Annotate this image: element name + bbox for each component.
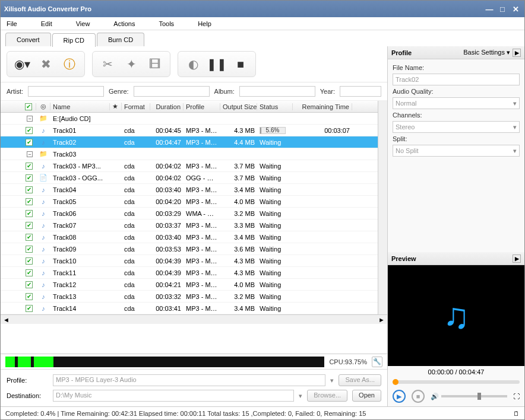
menu-view[interactable]: View [76,20,90,27]
profile-select[interactable]: MP3 - MPEG Layer-3 Audio [53,374,325,386]
row-checkbox[interactable]: ✔ [26,222,33,229]
table-row[interactable]: ✔♪Track09cda00:03:53MP3 - MP...3.6 MBWai… [1,243,378,255]
cell-name: Track02 [50,139,110,146]
save-as-button[interactable]: Save As... [339,374,381,386]
volume-slider[interactable] [441,395,507,397]
horizontal-scrollbar[interactable]: ◄► [1,314,387,324]
delete-icon[interactable]: ✖ [37,55,55,73]
vertical-scrollbar[interactable] [378,101,387,314]
row-checkbox[interactable]: ✔ [26,163,33,170]
menu-tools[interactable]: Tools [159,20,174,27]
table-row[interactable]: − 📁Track03 [1,148,378,160]
row-checkbox[interactable]: ✔ [26,293,33,300]
row-checkbox[interactable]: ✔ [26,246,33,253]
col-icon[interactable]: ◎ [36,103,50,110]
cell-format: cda [122,234,150,241]
volume-icon[interactable]: 🔊 [431,393,439,400]
quality-select[interactable]: Normal▾ [393,97,520,109]
table-row[interactable]: ✔♪Track12cda00:04:21MP3 - MP...4.0 MBWai… [1,279,378,291]
row-checkbox[interactable]: ✔ [26,198,33,205]
report-icon[interactable]: 🗒 [513,410,520,417]
table-row[interactable]: ✔♪Track03 - MP3...cda00:04:02MP3 - MP...… [1,160,378,172]
table-row[interactable]: ✔📄Track03 - OGG...cda00:04:02OGG - Og...… [1,172,378,184]
info-icon[interactable]: ⓘ [61,55,78,73]
menu-actions[interactable]: Actions [113,20,135,27]
filename-label: File Name: [393,64,520,71]
album-input[interactable] [239,86,315,97]
tab-convert[interactable]: Convert [5,33,51,46]
table-row[interactable]: ✔♪Track11cda00:04:39MP3 - MP...4.3 MBWai… [1,267,378,279]
table-row[interactable]: ✔♪Track13cda00:03:32MP3 - MP...3.2 MBWai… [1,291,378,303]
tab-rip-cd[interactable]: Rip CD [52,33,96,47]
maximize-icon[interactable]: □ [497,5,508,13]
year-input[interactable] [340,86,381,97]
effects-icon[interactable]: ✦ [122,55,140,73]
table-row[interactable]: ✔♪Track08cda00:03:40MP3 - MP...3.4 MBWai… [1,231,378,243]
cell-size: 4.4 MB [220,139,257,146]
table-row[interactable]: ✔♪Track04cda00:03:40MP3 - MP...3.4 MBWai… [1,184,378,196]
cut-icon[interactable]: ✂ [99,55,116,73]
col-star[interactable]: ★ [110,103,122,110]
row-checkbox[interactable]: ✔ [26,281,33,288]
open-button[interactable]: Open [352,390,381,402]
table-row[interactable]: − 📁E:[Audio CD] [1,113,378,125]
row-checkbox[interactable]: ✔ [26,305,33,312]
cell-format: cda [122,305,150,312]
menu-file[interactable]: File [7,20,17,27]
play-button[interactable]: ▶ [393,390,406,403]
minimize-icon[interactable]: — [484,5,495,13]
table-row[interactable]: ✔♪Track02cda00:04:47MP3 - MP...4.4 MBWai… [1,136,378,148]
add-clip-icon[interactable]: 🎞 [146,55,164,73]
expand-icon[interactable]: ▶ [513,49,521,57]
menu-edit[interactable]: Edit [41,20,52,27]
table-row[interactable]: ✔♪Track10cda00:04:39MP3 - MP...4.3 MBWai… [1,255,378,267]
fullscreen-icon[interactable]: ⛶ [513,393,520,400]
preview-expand-icon[interactable]: ▶ [513,254,521,263]
row-checkbox[interactable]: ✔ [26,174,33,182]
table-row[interactable]: ✔♪Track07cda00:03:37MP3 - MP...3.3 MBWai… [1,219,378,231]
row-checkbox[interactable]: ✔ [26,269,33,276]
settings-icon[interactable]: 🔧 [372,357,382,367]
col-duration[interactable]: Duration [150,103,184,110]
genre-input[interactable] [134,86,210,97]
browse-button[interactable]: Browse... [307,390,347,402]
destination-field[interactable]: D:\My Music [53,390,294,402]
split-select[interactable]: No Split▾ [393,145,520,157]
start-icon[interactable]: ◐ [184,55,202,73]
table-row[interactable]: ✔♪Track06cda00:03:29WMA - Wi...3.2 MBWai… [1,208,378,219]
stop-preview-button[interactable]: ■ [412,390,425,403]
col-status[interactable]: Status [257,103,293,110]
col-name[interactable]: Name [50,103,110,110]
cell-duration: 00:03:53 [150,246,184,253]
seek-slider[interactable] [393,380,520,384]
cell-profile: MP3 - MP... [184,293,220,300]
tab-burn-cd[interactable]: Burn CD [97,33,144,46]
select-all-checkbox[interactable]: ✔ [25,103,32,110]
disc-icon[interactable]: ◉▾ [13,55,31,73]
table-row[interactable]: ✔♪Track01cda00:04:45MP3 - MP...4.3 MB5.6… [1,125,378,136]
row-checkbox[interactable]: ✔ [26,210,33,217]
row-checkbox[interactable]: ✔ [26,127,33,134]
collapse-icon[interactable]: − [27,116,33,122]
col-output-size[interactable]: Output Size [220,103,257,110]
grid-body[interactable]: − 📁E:[Audio CD]✔♪Track01cda00:04:45MP3 -… [1,113,378,314]
basic-settings-toggle[interactable]: Basic Settings ▾ [463,49,510,56]
menu-help[interactable]: Help [198,20,211,27]
channels-select[interactable]: Stereo▾ [393,121,520,133]
collapse-icon[interactable]: − [27,151,33,157]
row-checkbox[interactable]: ✔ [26,234,33,241]
row-checkbox[interactable]: ✔ [26,257,33,265]
table-row[interactable]: ✔♪Track05cda00:04:20MP3 - MP...4.0 MBWai… [1,196,378,208]
table-row[interactable]: ✔♪Track14cda00:03:41MP3 - MP...3.4 MBWai… [1,303,378,314]
row-checkbox[interactable]: ✔ [26,139,33,146]
close-icon[interactable]: ✕ [510,5,521,13]
col-format[interactable]: Format [122,103,150,110]
filename-input[interactable]: Track02 [393,74,520,85]
audio-file-icon: ♪ [42,293,45,300]
col-profile[interactable]: Profile [184,103,220,110]
stop-icon[interactable]: ■ [232,55,249,73]
col-remaining[interactable]: Remaining Time [293,103,352,110]
artist-input[interactable] [28,86,104,97]
pause-icon[interactable]: ❚❚ [208,55,226,73]
row-checkbox[interactable]: ✔ [26,186,33,193]
